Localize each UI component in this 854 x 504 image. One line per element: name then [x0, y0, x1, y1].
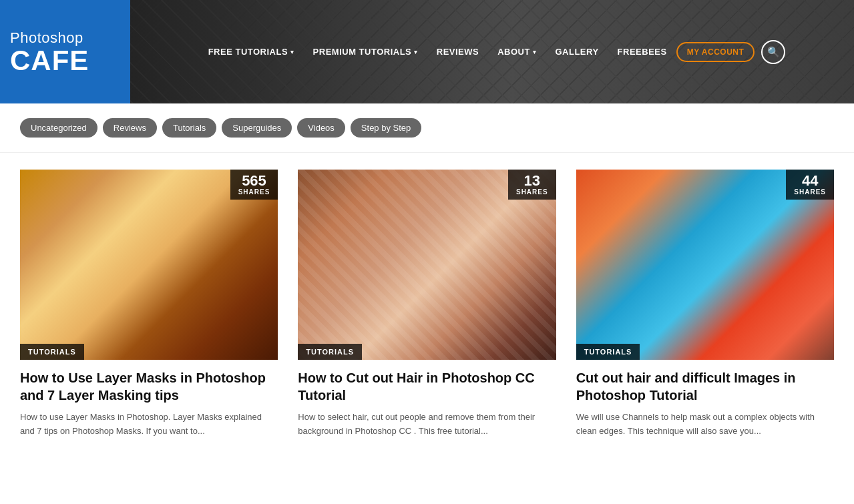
article-card-2: 13 SHARES TUTORIALS How to Cut out Hair …: [298, 170, 556, 439]
site-header: Photoshop CAFE FREE TUTORIALS ▾ PREMIUM …: [0, 0, 854, 103]
chevron-down-icon: ▾: [533, 49, 537, 55]
card-2-description: How to select hair, cut out people and r…: [298, 411, 556, 439]
card-1-image-wrap[interactable]: 565 SHARES TUTORIALS: [20, 170, 278, 360]
nav-gallery[interactable]: GALLERY: [546, 41, 608, 62]
nav-free-tutorials[interactable]: FREE TUTORIALS ▾: [199, 41, 304, 62]
nav-reviews[interactable]: REVIEWS: [427, 41, 488, 62]
cat-step-by-step[interactable]: Step by Step: [351, 118, 421, 138]
nav-about[interactable]: ABOUT ▾: [488, 41, 546, 62]
card-2-category-badge: TUTORIALS: [298, 344, 362, 360]
main-nav: FREE TUTORIALS ▾ PREMIUM TUTORIALS ▾ REV…: [130, 40, 854, 64]
card-3-description: We will use Channels to help mask out a …: [576, 411, 834, 439]
card-1-shares-number: 565: [238, 174, 270, 188]
card-3-shares-badge: 44 SHARES: [786, 170, 834, 200]
cat-tutorials[interactable]: Tutorials: [162, 118, 216, 138]
my-account-button[interactable]: MY ACCOUNT: [676, 42, 755, 62]
card-3-title[interactable]: Cut out hair and difficult Images in Pho…: [576, 369, 834, 404]
card-2-shares-badge: 13 SHARES: [508, 170, 556, 200]
card-3-category-badge: TUTORIALS: [576, 344, 640, 360]
chevron-down-icon: ▾: [414, 49, 418, 55]
cat-uncategorized[interactable]: Uncategorized: [20, 118, 97, 138]
article-card-1: 565 SHARES TUTORIALS How to Use Layer Ma…: [20, 170, 278, 439]
article-grid: 565 SHARES TUTORIALS How to Use Layer Ma…: [0, 153, 854, 465]
search-button[interactable]: 🔍: [761, 40, 785, 64]
card-3-shares-label: SHARES: [794, 188, 826, 196]
cat-videos[interactable]: Videos: [297, 118, 345, 138]
card-1-shares-badge: 565 SHARES: [230, 170, 278, 200]
card-2-shares-number: 13: [516, 174, 548, 188]
cat-superguides[interactable]: Superguides: [222, 118, 292, 138]
search-icon: 🔍: [767, 46, 780, 58]
card-1-shares-label: SHARES: [238, 188, 270, 196]
logo-photoshop-text: Photoshop: [10, 29, 83, 47]
nav-premium-tutorials[interactable]: PREMIUM TUTORIALS ▾: [304, 41, 427, 62]
nav-freebees[interactable]: FREEBEES: [608, 41, 676, 62]
card-3-image-wrap[interactable]: 44 SHARES TUTORIALS: [576, 170, 834, 360]
card-1-category-badge: TUTORIALS: [20, 344, 84, 360]
card-2-image-wrap[interactable]: 13 SHARES TUTORIALS: [298, 170, 556, 360]
card-2-shares-label: SHARES: [516, 188, 548, 196]
card-1-description: How to use Layer Masks in Photoshop. Lay…: [20, 411, 278, 439]
article-card-3: 44 SHARES TUTORIALS Cut out hair and dif…: [576, 170, 834, 439]
cat-reviews[interactable]: Reviews: [103, 118, 157, 138]
logo-cafe-text: CAFE: [10, 47, 89, 75]
card-3-shares-number: 44: [794, 174, 826, 188]
card-1-title[interactable]: How to Use Layer Masks in Photoshop and …: [20, 369, 278, 404]
category-tabs: Uncategorized Reviews Tutorials Supergui…: [0, 103, 854, 153]
site-logo[interactable]: Photoshop CAFE: [0, 0, 130, 103]
card-2-title[interactable]: How to Cut out Hair in Photoshop CC Tuto…: [298, 369, 556, 404]
chevron-down-icon: ▾: [290, 49, 294, 55]
